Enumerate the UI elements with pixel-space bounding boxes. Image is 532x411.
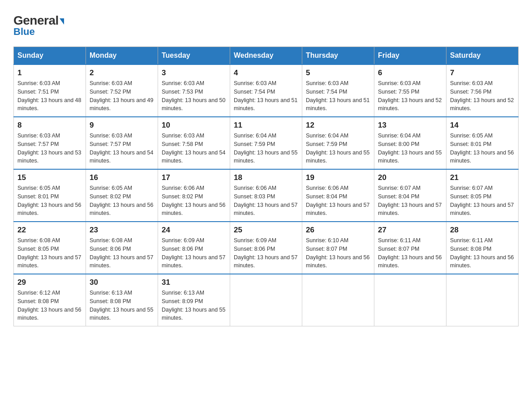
- calendar-cell: 26 Sunrise: 6:10 AM Sunset: 8:07 PM Dayl…: [302, 222, 374, 274]
- day-info: Sunrise: 6:09 AM Sunset: 8:06 PM Dayligh…: [162, 236, 226, 270]
- day-number: 11: [234, 121, 298, 130]
- calendar-cell: 18 Sunrise: 6:06 AM Sunset: 8:03 PM Dayl…: [230, 169, 302, 222]
- day-number: 24: [162, 226, 226, 235]
- calendar-cell: 30 Sunrise: 6:13 AM Sunset: 8:08 PM Dayl…: [86, 274, 158, 326]
- day-info: Sunrise: 6:13 AM Sunset: 8:09 PM Dayligh…: [162, 289, 226, 322]
- day-number: 2: [90, 68, 154, 77]
- day-number: 10: [162, 121, 226, 130]
- calendar-cell: 12 Sunrise: 6:04 AM Sunset: 7:59 PM Dayl…: [302, 117, 374, 169]
- day-info: Sunrise: 6:07 AM Sunset: 8:05 PM Dayligh…: [450, 184, 515, 218]
- calendar-cell: 1 Sunrise: 6:03 AM Sunset: 7:51 PM Dayli…: [14, 64, 86, 117]
- calendar-cell: 9 Sunrise: 6:03 AM Sunset: 7:57 PM Dayli…: [86, 117, 158, 169]
- day-info: Sunrise: 6:06 AM Sunset: 8:02 PM Dayligh…: [162, 184, 226, 218]
- day-number: 8: [17, 121, 82, 130]
- page-header: General Blue: [13, 13, 519, 38]
- calendar-cell: 6 Sunrise: 6:03 AM Sunset: 7:55 PM Dayli…: [374, 64, 446, 117]
- day-info: Sunrise: 6:03 AM Sunset: 7:54 PM Dayligh…: [306, 79, 370, 113]
- day-number: 17: [162, 173, 226, 182]
- day-info: Sunrise: 6:09 AM Sunset: 8:06 PM Dayligh…: [234, 236, 298, 270]
- weekday-header-sunday: Sunday: [14, 47, 86, 65]
- calendar-cell: 24 Sunrise: 6:09 AM Sunset: 8:06 PM Dayl…: [158, 222, 230, 274]
- day-number: 20: [378, 173, 442, 182]
- calendar-cell: 23 Sunrise: 6:08 AM Sunset: 8:06 PM Dayl…: [86, 222, 158, 274]
- day-number: 6: [378, 68, 442, 77]
- logo: General Blue: [13, 13, 64, 38]
- day-number: 9: [90, 121, 154, 130]
- calendar-cell: 7 Sunrise: 6:03 AM Sunset: 7:56 PM Dayli…: [446, 64, 519, 117]
- day-info: Sunrise: 6:12 AM Sunset: 8:08 PM Dayligh…: [17, 289, 82, 322]
- day-info: Sunrise: 6:03 AM Sunset: 7:58 PM Dayligh…: [162, 132, 226, 165]
- calendar-cell: 28 Sunrise: 6:11 AM Sunset: 8:08 PM Dayl…: [446, 222, 519, 274]
- day-info: Sunrise: 6:07 AM Sunset: 8:04 PM Dayligh…: [378, 184, 442, 218]
- day-number: 13: [378, 121, 442, 130]
- weekday-header-monday: Monday: [86, 47, 158, 65]
- calendar-cell: 11 Sunrise: 6:04 AM Sunset: 7:59 PM Dayl…: [230, 117, 302, 169]
- day-info: Sunrise: 6:03 AM Sunset: 7:52 PM Dayligh…: [90, 79, 154, 113]
- calendar-cell: 27 Sunrise: 6:11 AM Sunset: 8:07 PM Dayl…: [374, 222, 446, 274]
- calendar-cell: 15 Sunrise: 6:05 AM Sunset: 8:01 PM Dayl…: [14, 169, 86, 222]
- calendar-cell: 17 Sunrise: 6:06 AM Sunset: 8:02 PM Dayl…: [158, 169, 230, 222]
- day-number: 19: [306, 173, 370, 182]
- day-number: 14: [450, 121, 515, 130]
- calendar-cell: 31 Sunrise: 6:13 AM Sunset: 8:09 PM Dayl…: [158, 274, 230, 326]
- day-info: Sunrise: 6:03 AM Sunset: 7:54 PM Dayligh…: [234, 79, 298, 113]
- day-number: 4: [234, 68, 298, 77]
- day-info: Sunrise: 6:05 AM Sunset: 8:02 PM Dayligh…: [90, 184, 154, 218]
- calendar-cell: 13 Sunrise: 6:04 AM Sunset: 8:00 PM Dayl…: [374, 117, 446, 169]
- week-row-4: 22 Sunrise: 6:08 AM Sunset: 8:05 PM Dayl…: [14, 222, 519, 274]
- day-number: 15: [17, 173, 82, 182]
- weekday-header-friday: Friday: [374, 47, 446, 65]
- weekday-header-wednesday: Wednesday: [230, 47, 302, 65]
- calendar-cell: 29 Sunrise: 6:12 AM Sunset: 8:08 PM Dayl…: [14, 274, 86, 326]
- day-number: 23: [90, 226, 154, 235]
- day-info: Sunrise: 6:03 AM Sunset: 7:57 PM Dayligh…: [90, 132, 154, 165]
- day-number: 3: [162, 68, 226, 77]
- day-info: Sunrise: 6:13 AM Sunset: 8:08 PM Dayligh…: [90, 289, 154, 322]
- weekday-header-saturday: Saturday: [446, 47, 519, 65]
- calendar-cell: 3 Sunrise: 6:03 AM Sunset: 7:53 PM Dayli…: [158, 64, 230, 117]
- calendar-cell: [302, 274, 374, 326]
- day-info: Sunrise: 6:03 AM Sunset: 7:57 PM Dayligh…: [17, 132, 82, 165]
- day-info: Sunrise: 6:04 AM Sunset: 7:59 PM Dayligh…: [306, 132, 370, 165]
- day-info: Sunrise: 6:03 AM Sunset: 7:51 PM Dayligh…: [17, 79, 82, 113]
- weekday-header-tuesday: Tuesday: [158, 47, 230, 65]
- day-number: 27: [378, 226, 442, 235]
- calendar-cell: 14 Sunrise: 6:05 AM Sunset: 8:01 PM Dayl…: [446, 117, 519, 169]
- week-row-2: 8 Sunrise: 6:03 AM Sunset: 7:57 PM Dayli…: [14, 117, 519, 169]
- calendar-cell: [446, 274, 519, 326]
- day-number: 7: [450, 68, 515, 77]
- day-number: 25: [234, 226, 298, 235]
- day-info: Sunrise: 6:03 AM Sunset: 7:56 PM Dayligh…: [450, 79, 515, 113]
- calendar-cell: 19 Sunrise: 6:06 AM Sunset: 8:04 PM Dayl…: [302, 169, 374, 222]
- day-number: 16: [90, 173, 154, 182]
- day-number: 29: [17, 278, 82, 287]
- calendar-cell: 16 Sunrise: 6:05 AM Sunset: 8:02 PM Dayl…: [86, 169, 158, 222]
- day-info: Sunrise: 6:06 AM Sunset: 8:04 PM Dayligh…: [306, 184, 370, 218]
- week-row-1: 1 Sunrise: 6:03 AM Sunset: 7:51 PM Dayli…: [14, 64, 519, 117]
- day-info: Sunrise: 6:10 AM Sunset: 8:07 PM Dayligh…: [306, 236, 370, 270]
- week-row-3: 15 Sunrise: 6:05 AM Sunset: 8:01 PM Dayl…: [14, 169, 519, 222]
- calendar-cell: 8 Sunrise: 6:03 AM Sunset: 7:57 PM Dayli…: [14, 117, 86, 169]
- day-info: Sunrise: 6:08 AM Sunset: 8:06 PM Dayligh…: [90, 236, 154, 270]
- weekday-header-thursday: Thursday: [302, 47, 374, 65]
- day-number: 12: [306, 121, 370, 130]
- logo-blue-text: Blue: [13, 26, 35, 38]
- day-info: Sunrise: 6:06 AM Sunset: 8:03 PM Dayligh…: [234, 184, 298, 218]
- day-number: 26: [306, 226, 370, 235]
- day-number: 5: [306, 68, 370, 77]
- day-number: 18: [234, 173, 298, 182]
- calendar-table: SundayMondayTuesdayWednesdayThursdayFrid…: [13, 47, 519, 326]
- calendar-cell: 5 Sunrise: 6:03 AM Sunset: 7:54 PM Dayli…: [302, 64, 374, 117]
- day-info: Sunrise: 6:11 AM Sunset: 8:08 PM Dayligh…: [450, 236, 515, 270]
- calendar-cell: 22 Sunrise: 6:08 AM Sunset: 8:05 PM Dayl…: [14, 222, 86, 274]
- calendar-cell: 4 Sunrise: 6:03 AM Sunset: 7:54 PM Dayli…: [230, 64, 302, 117]
- calendar-cell: 21 Sunrise: 6:07 AM Sunset: 8:05 PM Dayl…: [446, 169, 519, 222]
- day-number: 1: [17, 68, 82, 77]
- calendar-cell: 25 Sunrise: 6:09 AM Sunset: 8:06 PM Dayl…: [230, 222, 302, 274]
- day-info: Sunrise: 6:05 AM Sunset: 8:01 PM Dayligh…: [450, 132, 515, 165]
- calendar-cell: 10 Sunrise: 6:03 AM Sunset: 7:58 PM Dayl…: [158, 117, 230, 169]
- day-info: Sunrise: 6:04 AM Sunset: 8:00 PM Dayligh…: [378, 132, 442, 165]
- day-number: 30: [90, 278, 154, 287]
- week-row-5: 29 Sunrise: 6:12 AM Sunset: 8:08 PM Dayl…: [14, 274, 519, 326]
- day-info: Sunrise: 6:11 AM Sunset: 8:07 PM Dayligh…: [378, 236, 442, 270]
